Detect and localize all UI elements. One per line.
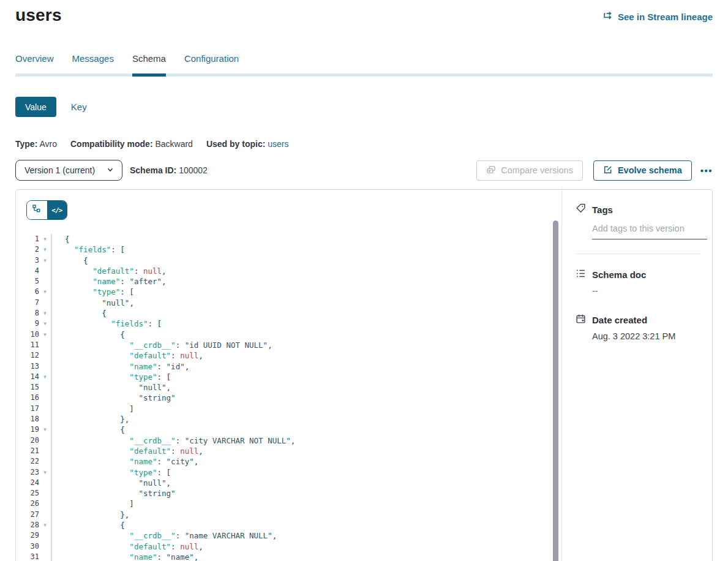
code-text: { — [52, 424, 125, 435]
line-number: 9 — [16, 318, 39, 329]
code-text: { — [52, 329, 125, 340]
fold-arrow-icon[interactable]: ▼ — [39, 287, 51, 297]
line-number: 8 — [16, 308, 39, 318]
line-number: 31 — [16, 552, 39, 561]
line-gutter: 30 — [16, 541, 52, 552]
evolve-schema-button[interactable]: Evolve schema — [593, 160, 692, 181]
code-line: 21 "default": null, — [16, 446, 561, 456]
list-icon — [576, 268, 586, 280]
line-number: 21 — [16, 446, 39, 456]
fold-arrow-icon — [39, 456, 51, 467]
code-text: "default": null, — [52, 350, 203, 361]
code-line: 23▼ "type": [ — [16, 467, 561, 478]
line-number: 6 — [16, 287, 39, 297]
line-number: 22 — [16, 456, 39, 467]
date-created-heading: Date created — [576, 314, 700, 326]
code-text: { — [52, 520, 125, 530]
code-line: 7 "null", — [16, 298, 561, 308]
fold-arrow-icon[interactable]: ▼ — [39, 424, 51, 435]
code-text: "default": null, — [52, 446, 203, 456]
tree-view-icon — [32, 204, 42, 216]
code-text: "default": null, — [52, 541, 203, 552]
code-text: ] — [52, 404, 134, 414]
version-toolbar: Version 1 (current) Schema ID: 100002 — [15, 160, 713, 181]
line-gutter: 25 — [16, 488, 52, 499]
line-number: 15 — [16, 382, 39, 393]
code-line: 2▼ "fields": [ — [16, 244, 561, 255]
compare-versions-label: Compare versions — [501, 165, 573, 175]
fold-arrow-icon[interactable]: ▼ — [39, 234, 51, 244]
line-gutter: 18 — [16, 414, 52, 424]
fold-arrow-icon — [39, 552, 51, 561]
fold-arrow-icon[interactable]: ▼ — [39, 372, 51, 382]
line-number: 13 — [16, 361, 39, 372]
code-text: "type": [ — [52, 372, 171, 382]
tag-icon — [576, 203, 586, 216]
tags-heading: Tags — [576, 203, 700, 216]
code-text: "fields": [ — [52, 244, 125, 255]
code-line: 27 }, — [16, 510, 561, 520]
line-number: 3 — [16, 255, 39, 266]
schema-doc-value: -- — [592, 286, 700, 296]
code-line: 18 }, — [16, 414, 561, 424]
calendar-plus-icon — [576, 314, 586, 326]
fold-arrow-icon — [39, 478, 51, 488]
tab-schema[interactable]: Schema — [132, 53, 166, 77]
fold-arrow-icon[interactable]: ▼ — [39, 318, 51, 329]
fold-arrow-icon[interactable]: ▼ — [39, 244, 51, 255]
line-gutter: 27 — [16, 510, 52, 520]
fold-arrow-icon[interactable]: ▼ — [39, 329, 51, 340]
code-text: }, — [52, 510, 129, 520]
value-toggle-button[interactable]: Value — [15, 97, 56, 117]
tree-view-button[interactable] — [27, 201, 47, 219]
code-line: 31 "name": "name", — [16, 552, 561, 561]
editor-scrollbar[interactable] — [553, 220, 558, 561]
line-gutter: 2▼ — [16, 244, 52, 255]
page-header: users See in Stream lineage — [15, 0, 713, 25]
code-view-icon: </> — [51, 206, 62, 214]
key-toggle-link[interactable]: Key — [71, 102, 87, 112]
used-by-topic-link[interactable]: users — [268, 139, 288, 149]
line-gutter: 12 — [16, 350, 52, 361]
fold-arrow-icon[interactable]: ▼ — [39, 467, 51, 478]
line-gutter: 24 — [16, 478, 52, 488]
line-gutter: 7 — [16, 298, 52, 308]
schema-id-label: Schema ID: — [130, 165, 176, 175]
version-select[interactable]: Version 1 (current) — [15, 160, 122, 181]
compare-versions-button[interactable]: Compare versions — [476, 160, 583, 181]
tab-configuration[interactable]: Configuration — [184, 53, 239, 73]
fold-arrow-icon[interactable]: ▼ — [39, 520, 51, 530]
line-gutter: 22 — [16, 456, 52, 467]
see-in-stream-lineage-link[interactable]: See in Stream lineage — [603, 10, 713, 23]
code-line: 26 ] — [16, 499, 561, 509]
line-number: 18 — [16, 414, 39, 424]
used-by-topic-label: Used by topic: — [206, 139, 265, 149]
schema-sidebar: Tags Schema doc -- — [561, 190, 712, 561]
fold-arrow-icon — [39, 350, 51, 361]
schema-id-value: 100002 — [179, 165, 208, 175]
tab-overview[interactable]: Overview — [15, 53, 54, 73]
line-number: 26 — [16, 499, 39, 509]
code-line: 8▼ { — [16, 308, 561, 318]
schema-doc-heading: Schema doc — [576, 268, 700, 280]
fold-arrow-icon — [39, 340, 51, 350]
compatibility-mode: Compatibility mode: Backward — [70, 139, 193, 149]
fold-arrow-icon[interactable]: ▼ — [39, 255, 51, 266]
add-tags-input[interactable] — [592, 224, 707, 239]
fold-arrow-icon[interactable]: ▼ — [39, 308, 51, 318]
code-text: ] — [52, 499, 134, 509]
more-options-button[interactable]: ••• — [700, 165, 713, 176]
tab-messages[interactable]: Messages — [72, 53, 114, 73]
line-gutter: 28▼ — [16, 520, 52, 530]
sidebar-divider — [576, 254, 700, 254]
version-select-value: Version 1 (current) — [24, 165, 95, 175]
code-text: "name": "after", — [52, 276, 167, 287]
compatibility-label: Compatibility mode: — [70, 139, 153, 149]
line-gutter: 4 — [16, 266, 52, 276]
code-line: 30 "default": null, — [16, 541, 561, 552]
code-line: 11 "__crdb__": "id UUID NOT NULL", — [16, 340, 561, 350]
code-text: "name": "id", — [52, 361, 189, 372]
code-view-button[interactable]: </> — [47, 201, 67, 219]
line-gutter: 5 — [16, 276, 52, 287]
line-number: 28 — [16, 520, 39, 530]
